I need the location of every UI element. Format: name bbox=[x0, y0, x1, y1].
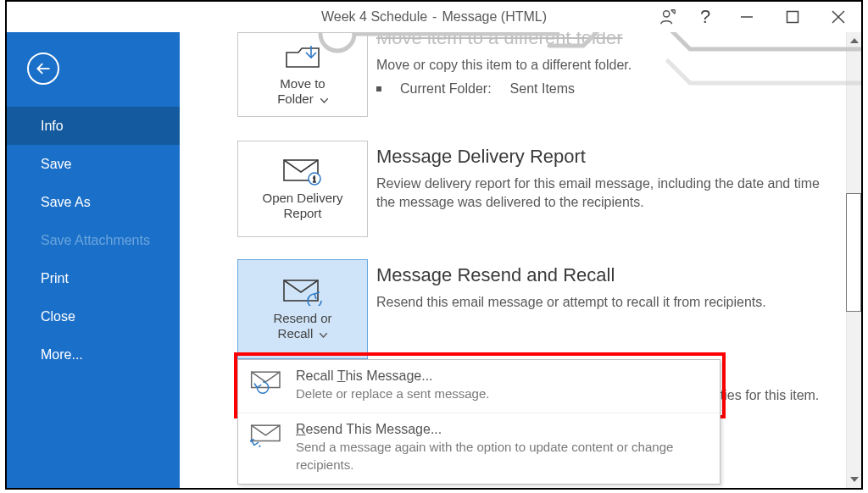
tile-label: Move to Folder bbox=[277, 76, 328, 107]
recall-section-head: Message Resend and Recall bbox=[376, 264, 615, 286]
chevron-down-icon bbox=[320, 91, 328, 107]
svg-point-0 bbox=[664, 11, 670, 17]
sidebar-item-info[interactable]: Info bbox=[7, 107, 180, 145]
report-section-head: Message Delivery Report bbox=[376, 146, 586, 168]
menu-item-recall[interactable]: Recall This Message... Delete or replace… bbox=[238, 360, 720, 413]
sidebar-item-more[interactable]: More... bbox=[7, 335, 180, 374]
back-button[interactable] bbox=[27, 53, 59, 85]
menu-item-resend[interactable]: Resend This Message... Send a message ag… bbox=[238, 413, 720, 484]
move-section-body: Move or copy this item to a different fo… bbox=[376, 56, 632, 75]
svg-rect-2 bbox=[787, 12, 798, 23]
title-kind: Message (HTML) bbox=[442, 9, 547, 25]
resend-or-recall-tile[interactable]: Resend or Recall bbox=[237, 259, 368, 359]
help-button[interactable]: ? bbox=[687, 2, 724, 32]
maximize-button[interactable] bbox=[770, 2, 815, 32]
backstage-main: Move to Folder Move item to a different … bbox=[180, 32, 861, 488]
user-icon[interactable] bbox=[649, 2, 687, 32]
sidebar-item-save-attachments: Save Attachments bbox=[7, 221, 180, 259]
sidebar-item-saveas[interactable]: Save As bbox=[7, 183, 180, 221]
open-delivery-report-tile[interactable]: i Open Delivery Report bbox=[237, 141, 368, 237]
title-bar: Week 4 Schedule - Message (HTML) ? bbox=[7, 2, 861, 32]
minimize-button[interactable] bbox=[724, 2, 770, 32]
backstage-sidebar: Info Save Save As Save Attachments Print… bbox=[7, 32, 180, 488]
tile-label: Resend or Recall bbox=[273, 311, 331, 341]
tile-label: Open Delivery Report bbox=[262, 191, 342, 221]
scroll-up-arrow[interactable] bbox=[847, 32, 862, 49]
menu-item-title: Recall This Message... bbox=[296, 368, 708, 384]
recall-section-body: Resend this email message or attempt to … bbox=[376, 293, 843, 312]
envelope-info-icon: i bbox=[282, 157, 323, 186]
chevron-down-icon bbox=[320, 326, 327, 341]
resend-recall-menu: Recall This Message... Delete or replace… bbox=[237, 359, 721, 485]
move-section-head: Move item to a different folder bbox=[376, 32, 623, 49]
sidebar-item-print[interactable]: Print bbox=[7, 259, 180, 297]
envelope-recall-icon bbox=[250, 368, 284, 394]
folder-move-icon bbox=[284, 42, 321, 71]
svg-text:i: i bbox=[314, 174, 316, 184]
move-to-folder-tile[interactable]: Move to Folder bbox=[237, 32, 368, 117]
scroll-notch bbox=[846, 193, 861, 312]
scroll-down-arrow[interactable] bbox=[847, 471, 862, 488]
current-folder-value: Sent Items bbox=[510, 81, 575, 97]
title-document: Week 4 Schedule bbox=[321, 9, 427, 25]
menu-item-desc: Delete or replace a sent message. bbox=[296, 385, 708, 402]
vertical-scrollbar[interactable] bbox=[846, 32, 861, 488]
title-sep: - bbox=[432, 9, 437, 25]
sidebar-item-save[interactable]: Save bbox=[7, 145, 180, 183]
bullet-icon bbox=[376, 86, 381, 91]
menu-item-title: Resend This Message... bbox=[296, 422, 708, 437]
envelope-resend-icon bbox=[250, 422, 284, 447]
menu-item-desc: Send a message again with the option to … bbox=[296, 439, 708, 474]
envelope-recall-icon bbox=[282, 277, 323, 306]
close-button[interactable] bbox=[815, 2, 861, 32]
report-section-body: Review delivery report for this email me… bbox=[376, 174, 826, 213]
current-folder-label: Current Folder: bbox=[400, 81, 492, 97]
sidebar-item-close[interactable]: Close bbox=[7, 297, 180, 335]
